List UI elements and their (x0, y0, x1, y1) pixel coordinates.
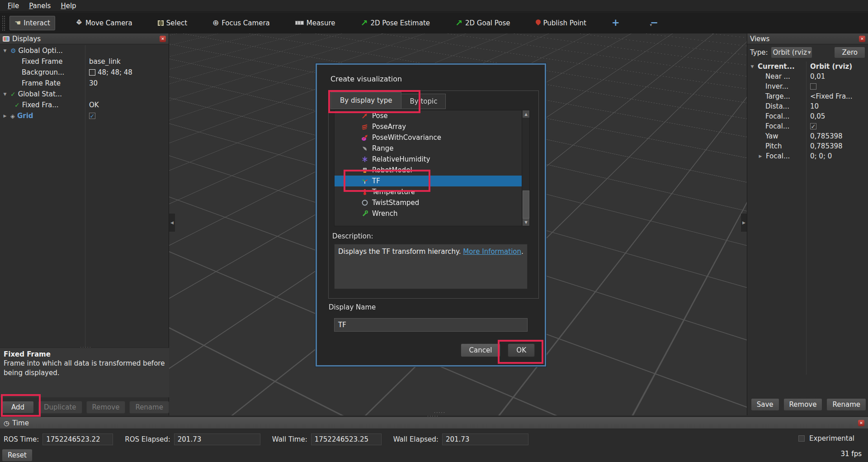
list-item-posewithcovariance[interactable]: PoseWithCovariance (335, 132, 529, 143)
tab-by-display-type[interactable]: By display type (330, 92, 401, 109)
rename-display-button[interactable]: Rename (129, 401, 169, 414)
displays-panel-title[interactable]: Displays ✕ (0, 33, 169, 44)
scroll-down-icon[interactable]: ▼ (523, 219, 529, 226)
tree-row-fixed-frame-status[interactable]: ✓ Fixed Fra... OK (0, 100, 169, 110)
zero-button[interactable]: Zero (834, 47, 865, 58)
remove-tool-button[interactable]: − ▾ (646, 15, 664, 31)
green-arrow-icon: ↗ (361, 19, 368, 27)
focal-shape-checkbox[interactable]: ✓ (810, 123, 816, 129)
chevron-down-icon[interactable]: ▼ (2, 92, 8, 96)
select-tool-button[interactable]: Select (153, 16, 192, 30)
property-value[interactable]: 0,785398 (806, 142, 843, 150)
views-column-divider[interactable] (806, 62, 807, 375)
views-row-current-view[interactable]: ▼ Current... Orbit (rviz) (747, 62, 868, 71)
list-item-robotmodel[interactable]: RobotModel (335, 165, 529, 176)
list-item-pose[interactable]: Pose (335, 110, 529, 121)
chevron-right-icon[interactable]: ▶ (757, 154, 764, 158)
property-value[interactable]: 48; 48; 48 (98, 68, 132, 76)
scroll-up-icon[interactable]: ▲ (523, 110, 529, 118)
views-row-focal-shape-size[interactable]: Focal... 0,05 (747, 111, 868, 121)
invert-z-checkbox[interactable] (810, 83, 816, 90)
rename-view-button[interactable]: Rename (826, 398, 866, 411)
list-item-range[interactable]: Range (335, 143, 529, 154)
views-row-distance[interactable]: Dista... 10 (747, 101, 868, 111)
tree-row-fixed-frame[interactable]: Fixed Frame base_link (0, 56, 169, 67)
reset-button[interactable]: Reset (2, 449, 33, 462)
publish-point-tool-button[interactable]: Publish Point (531, 16, 591, 30)
close-icon[interactable]: ✕ (160, 36, 166, 42)
property-value[interactable]: 0,05 (806, 112, 825, 120)
views-row-invert-z[interactable]: Inver... (747, 81, 868, 91)
focus-camera-tool-button[interactable]: ⊕ Focus Camera (208, 16, 275, 30)
measure-tool-button[interactable]: Measure (290, 16, 340, 30)
move-camera-tool-button[interactable]: ↔↕ Move Camera (71, 16, 137, 30)
close-icon[interactable]: ✕ (858, 420, 864, 426)
collapse-left-panel-handle[interactable]: ◀ (169, 214, 175, 232)
toolbar-drag-handle[interactable] (2, 15, 5, 31)
list-item-relativehumidity[interactable]: RelativeHumidity (335, 154, 529, 165)
relative-humidity-icon (362, 156, 368, 162)
property-value[interactable]: 10 (806, 102, 819, 110)
grid-enabled-checkbox[interactable]: ✓ (89, 113, 95, 119)
list-item-temperature[interactable]: Temperature (335, 186, 529, 197)
property-value[interactable]: 0,785398 (806, 132, 843, 140)
list-item-wrench[interactable]: Wrench (335, 208, 529, 219)
menu-help[interactable]: Help (56, 1, 81, 11)
time-panel-title[interactable]: ◷ Time ✕ (0, 417, 868, 429)
tree-row-grid[interactable]: ▶ ◈ Grid ✓ (0, 110, 169, 121)
interact-tool-button[interactable]: ☚ Interact (9, 16, 55, 30)
menu-file[interactable]: File (3, 1, 24, 11)
2d-pose-estimate-tool-button[interactable]: ↗ 2D Pose Estimate (356, 15, 435, 30)
wall-elapsed-field[interactable]: 201.73 (442, 433, 528, 445)
property-value[interactable]: base_link (85, 57, 121, 66)
views-row-target-frame[interactable]: Targe... <Fixed Fra... (747, 91, 868, 101)
ros-time-field[interactable]: 1752246523.22 (42, 433, 113, 445)
ros-elapsed-field[interactable]: 201.73 (174, 433, 260, 445)
property-value[interactable]: 0,01 (806, 72, 825, 81)
property-value[interactable]: 30 (85, 79, 98, 87)
tree-row-frame-rate[interactable]: Frame Rate 30 (0, 78, 169, 89)
2d-goal-pose-tool-button[interactable]: ↗ 2D Goal Pose (450, 15, 515, 30)
add-display-button[interactable]: Add (2, 401, 34, 414)
save-view-button[interactable]: Save (751, 398, 779, 411)
duplicate-display-button[interactable]: Duplicate (38, 401, 82, 414)
scrollbar-thumb[interactable] (523, 191, 529, 219)
cancel-button[interactable]: Cancel (461, 343, 501, 357)
views-row-focal-point[interactable]: ▶ Focal... 0; 0; 0 (747, 151, 868, 161)
list-item-twiststamped[interactable]: TwistStamped (335, 197, 529, 208)
views-panel-title[interactable]: Views ✕ (747, 33, 868, 44)
wall-time-field[interactable]: 1752246523.25 (311, 433, 382, 445)
color-swatch[interactable] (89, 69, 95, 76)
tree-row-global-options[interactable]: ▼ ⚙ Global Opti... (0, 45, 169, 56)
list-item-posearray[interactable]: PoseArray (335, 121, 529, 132)
property-help-box: Fixed Frame Frame into which all data is… (0, 348, 169, 397)
list-item-tf-selected[interactable]: TF (335, 176, 529, 186)
display-type-list[interactable]: Pose PoseArray PoseWithCovariance Range … (334, 110, 530, 226)
more-information-link[interactable]: More Information (463, 248, 521, 256)
remove-display-button[interactable]: Remove (86, 401, 126, 414)
property-value[interactable]: <Fixed Fra... (806, 92, 852, 100)
add-tool-button[interactable]: + (607, 15, 625, 31)
collapse-right-panel-handle[interactable]: ▶ (741, 214, 747, 232)
experimental-checkbox[interactable] (798, 435, 805, 442)
ok-button[interactable]: OK (508, 343, 535, 357)
chevron-right-icon[interactable]: ▶ (2, 114, 8, 118)
tab-by-topic[interactable]: By topic (401, 94, 446, 109)
views-row-yaw[interactable]: Yaw 0,785398 (747, 131, 868, 141)
display-name-input[interactable]: TF (334, 318, 528, 332)
property-value[interactable]: 0; 0; 0 (806, 152, 832, 160)
tree-column-divider[interactable] (85, 45, 85, 375)
chevron-down-icon[interactable]: ▼ (749, 64, 755, 69)
chevron-down-icon[interactable]: ▼ (2, 48, 8, 53)
close-icon[interactable]: ✕ (859, 36, 865, 42)
remove-view-button[interactable]: Remove (783, 398, 823, 411)
views-row-focal-shape-fixed[interactable]: Focal... ✓ (747, 121, 868, 131)
tree-row-global-status[interactable]: ▼ ✓ Global Stat... (0, 89, 169, 100)
views-row-near-clip[interactable]: Near ... 0,01 (747, 71, 868, 81)
views-row-pitch[interactable]: Pitch 0,785398 (747, 141, 868, 151)
view-type-dropdown[interactable]: Orbit (rviz ▼ (771, 47, 812, 58)
menu-panels[interactable]: Panels (24, 1, 56, 11)
tree-row-background-color[interactable]: Backgroun... 48; 48; 48 (0, 67, 169, 78)
list-scrollbar[interactable]: ▲ ▼ (522, 110, 529, 226)
pose-array-icon (362, 124, 368, 130)
